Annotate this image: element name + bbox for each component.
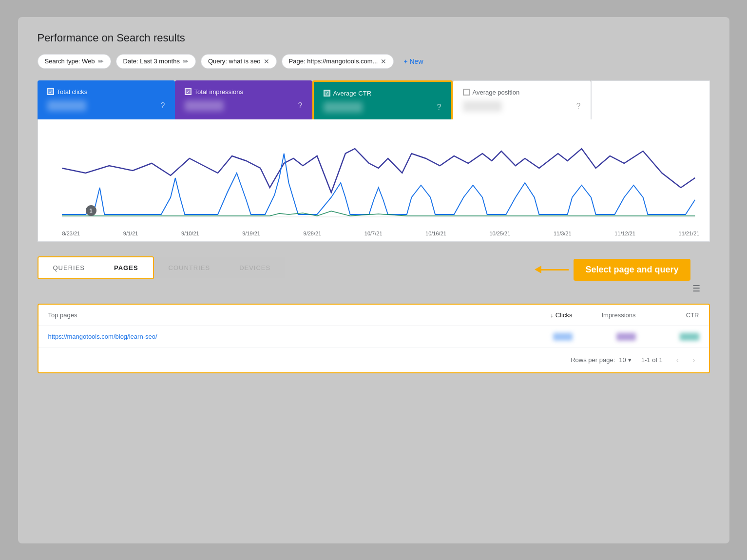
filter-page[interactable]: Page: https://mangotools.com... ✕ bbox=[282, 54, 394, 69]
help-icon-impressions[interactable]: ? bbox=[298, 101, 303, 110]
metric-total-impressions[interactable]: Total impressions ? bbox=[175, 80, 312, 119]
filter-date-label: Date: Last 3 months bbox=[123, 58, 180, 65]
table-col-impressions-header[interactable]: Impressions bbox=[573, 311, 636, 319]
edit-icon[interactable]: ✏ bbox=[183, 58, 189, 65]
rows-per-page: Rows per page: 10 ▾ bbox=[571, 356, 632, 364]
metric-checkbox-impressions[interactable] bbox=[185, 88, 192, 95]
tab-devices[interactable]: DEVICES bbox=[225, 257, 285, 278]
help-icon-clicks[interactable]: ? bbox=[161, 101, 165, 110]
page-title: Performance on Search results bbox=[38, 32, 710, 44]
x-label-4: 9/28/21 bbox=[304, 231, 322, 236]
chart-x-labels: 8/23/21 9/1/21 9/10/21 9/19/21 9/28/21 1… bbox=[48, 229, 700, 236]
metric-label-ctr: Average CTR bbox=[333, 90, 372, 97]
close-icon[interactable]: ✕ bbox=[264, 58, 269, 65]
filter-bar: Search type: Web ✏ Date: Last 3 months ✏… bbox=[38, 54, 710, 69]
table-cell-url[interactable]: https://mangotools.com/blog/learn-seo/ bbox=[48, 333, 509, 340]
filter-icon-row: ☰ bbox=[38, 279, 710, 296]
metric-value-position bbox=[463, 101, 502, 112]
table-footer: Rows per page: 10 ▾ 1-1 of 1 ‹ › bbox=[38, 348, 709, 372]
annotation-tabs-text: Select page and query bbox=[574, 259, 690, 281]
table-col-page-header: Top pages bbox=[48, 311, 509, 319]
next-page-button[interactable]: › bbox=[689, 354, 699, 367]
rows-select[interactable]: 10 ▾ bbox=[619, 356, 631, 364]
x-label-7: 10/25/21 bbox=[489, 231, 510, 236]
metric-total-clicks[interactable]: Total clicks ? bbox=[38, 80, 175, 119]
tab-pages[interactable]: PAGES bbox=[99, 257, 153, 278]
x-label-0: 8/23/21 bbox=[62, 231, 80, 236]
filter-query[interactable]: Query: what is seo ✕ bbox=[201, 54, 277, 69]
filter-query-label: Query: what is seo bbox=[208, 58, 261, 65]
table-cell-impressions bbox=[573, 333, 636, 341]
metric-average-ctr[interactable]: Average CTR ? bbox=[312, 80, 453, 119]
table-header-row: Top pages ↓ Clicks Impressions CTR bbox=[38, 305, 709, 326]
metric-label-position: Average position bbox=[473, 89, 520, 96]
edit-icon[interactable]: ✏ bbox=[98, 58, 104, 65]
close-icon[interactable]: ✕ bbox=[381, 58, 386, 65]
metrics-row: Total clicks ? Total impressions ? bbox=[38, 80, 710, 119]
tabs-section: QUERIES PAGES COUNTRIES DEVICES Select p… bbox=[38, 256, 710, 279]
blurred-ctr-value bbox=[680, 333, 699, 341]
filter-search-type-label: Search type: Web bbox=[45, 58, 95, 65]
help-icon-position[interactable]: ? bbox=[576, 102, 581, 111]
table-col-ctr-header[interactable]: CTR bbox=[636, 311, 699, 319]
table-cell-clicks bbox=[509, 333, 573, 341]
help-icon-ctr[interactable]: ? bbox=[437, 103, 441, 112]
x-label-2: 9/10/21 bbox=[181, 231, 199, 236]
metric-label-impressions: Total impressions bbox=[194, 88, 243, 96]
chevron-down-icon: ▾ bbox=[628, 356, 632, 364]
metric-value-clicks bbox=[47, 100, 86, 111]
x-label-3: 9/19/21 bbox=[242, 231, 260, 236]
filter-icon[interactable]: ☰ bbox=[692, 283, 700, 294]
pagination-range: 1-1 of 1 bbox=[641, 356, 663, 364]
x-label-8: 11/3/21 bbox=[554, 231, 572, 236]
blurred-impressions-value bbox=[616, 333, 636, 341]
metric-average-position[interactable]: Average position ? bbox=[453, 80, 591, 119]
x-label-6: 10/16/21 bbox=[425, 231, 446, 236]
x-label-5: 10/7/21 bbox=[364, 231, 383, 236]
filter-page-label: Page: https://mangotools.com... bbox=[289, 58, 378, 65]
tooltip-circle: 1 bbox=[86, 205, 96, 216]
chart-svg bbox=[48, 129, 700, 227]
table-cell-ctr bbox=[636, 333, 699, 341]
rows-per-page-label: Rows per page: bbox=[571, 356, 615, 364]
tab-queries[interactable]: QUERIES bbox=[38, 257, 100, 278]
filter-date[interactable]: Date: Last 3 months ✏ bbox=[116, 54, 196, 69]
tabs-row: QUERIES PAGES bbox=[38, 256, 154, 279]
prev-page-button[interactable]: ‹ bbox=[672, 354, 683, 367]
table-row[interactable]: https://mangotools.com/blog/learn-seo/ bbox=[38, 326, 709, 348]
table-section: Top pages ↓ Clicks Impressions CTR https… bbox=[38, 304, 710, 373]
filter-search-type[interactable]: Search type: Web ✏ bbox=[38, 54, 111, 69]
metric-value-ctr bbox=[324, 102, 363, 113]
blurred-clicks-value bbox=[553, 333, 573, 341]
chart-area: 1 8/23/21 9/1/21 9/10/21 9/19/21 9/28/21… bbox=[38, 119, 710, 242]
annotation-tabs: Select page and query bbox=[539, 259, 690, 281]
pagination: ‹ › bbox=[672, 354, 699, 367]
sort-down-icon: ↓ bbox=[550, 311, 554, 319]
x-label-1: 9/1/21 bbox=[123, 231, 138, 236]
metric-checkbox-ctr[interactable] bbox=[324, 90, 330, 97]
tab-countries[interactable]: COUNTRIES bbox=[154, 257, 225, 278]
table-col-clicks-header[interactable]: ↓ Clicks bbox=[509, 311, 573, 319]
metric-checkbox-clicks[interactable] bbox=[47, 88, 54, 95]
metric-label-clicks: Total clicks bbox=[57, 88, 88, 96]
x-label-10: 11/21/21 bbox=[679, 231, 700, 236]
x-label-9: 11/12/21 bbox=[614, 231, 635, 236]
rows-per-page-value: 10 bbox=[619, 356, 626, 364]
new-filter-button[interactable]: + New bbox=[399, 55, 428, 68]
metric-checkbox-position[interactable] bbox=[463, 89, 470, 96]
metric-value-impressions bbox=[185, 100, 224, 111]
